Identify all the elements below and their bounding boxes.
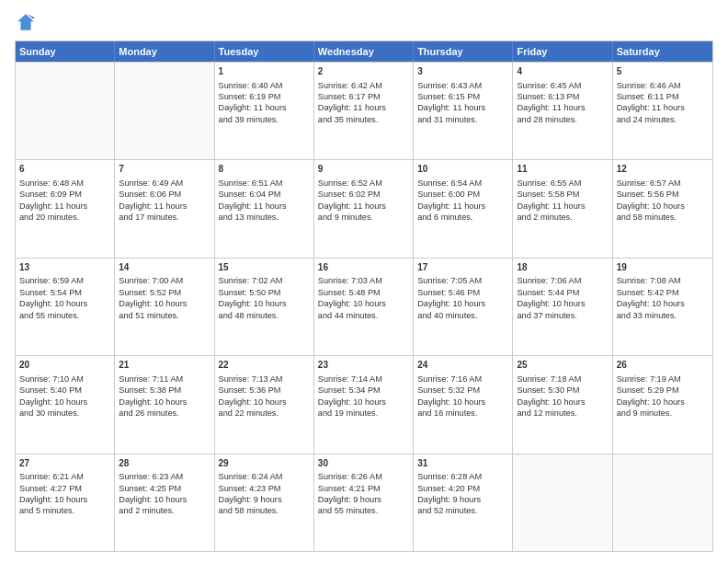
day-info-line: Sunset: 5:30 PM xyxy=(517,385,608,396)
day-number: 26 xyxy=(617,359,709,372)
day-info-line: Sunrise: 6:42 AM xyxy=(318,80,409,91)
day-info-line: Daylight: 10 hours xyxy=(417,298,508,309)
day-number: 14 xyxy=(119,261,210,274)
day-number: 25 xyxy=(517,359,608,372)
day-info-line: Sunrise: 6:54 AM xyxy=(417,178,508,189)
day-info-line: Sunrise: 7:05 AM xyxy=(417,275,508,286)
day-cell-28: 28Sunrise: 6:23 AMSunset: 4:25 PMDayligh… xyxy=(115,454,214,551)
day-info-line: Sunrise: 7:03 AM xyxy=(318,275,409,286)
day-info-line: Daylight: 10 hours xyxy=(19,494,110,505)
calendar: SundayMondayTuesdayWednesdayThursdayFrid… xyxy=(15,40,713,552)
day-info-line: Sunrise: 7:02 AM xyxy=(219,275,310,286)
day-info-line: and 9 minutes. xyxy=(617,408,709,419)
day-cell-18: 18Sunrise: 7:06 AMSunset: 5:44 PMDayligh… xyxy=(513,259,612,355)
day-info-line: Daylight: 10 hours xyxy=(219,396,310,408)
day-info-line: Daylight: 10 hours xyxy=(617,201,709,212)
day-info-line: and 37 minutes. xyxy=(517,310,608,321)
day-info-line: and 55 minutes. xyxy=(19,310,110,321)
day-cell-20: 20Sunrise: 7:10 AMSunset: 5:40 PMDayligh… xyxy=(16,356,115,453)
day-info-line: and 20 minutes. xyxy=(19,212,110,223)
day-cell-19: 19Sunrise: 7:08 AMSunset: 5:42 PMDayligh… xyxy=(613,259,712,355)
day-info-line: Sunset: 4:21 PM xyxy=(318,483,409,494)
day-cell-29: 29Sunrise: 6:24 AMSunset: 4:23 PMDayligh… xyxy=(215,454,314,551)
day-info-line: and 22 minutes. xyxy=(219,408,310,419)
day-number: 3 xyxy=(417,65,508,78)
day-cell-24: 24Sunrise: 7:16 AMSunset: 5:32 PMDayligh… xyxy=(414,356,513,453)
day-info-line: and 19 minutes. xyxy=(318,408,409,419)
day-info-line: Sunset: 5:36 PM xyxy=(219,385,310,396)
day-info-line: Daylight: 9 hours xyxy=(219,494,310,505)
day-info-line: and 28 minutes. xyxy=(517,114,608,125)
day-info-line: Daylight: 11 hours xyxy=(318,201,409,212)
day-info-line: Sunrise: 6:57 AM xyxy=(617,178,709,189)
day-info-line: Daylight: 10 hours xyxy=(219,298,310,309)
page-header xyxy=(15,11,713,33)
day-cell-12: 12Sunrise: 6:57 AMSunset: 5:56 PMDayligh… xyxy=(613,160,712,257)
day-info-line: Daylight: 10 hours xyxy=(617,396,709,408)
empty-cell xyxy=(115,63,214,159)
day-info-line: and 12 minutes. xyxy=(517,408,608,419)
day-info-line: Sunrise: 7:14 AM xyxy=(318,373,409,385)
day-cell-15: 15Sunrise: 7:02 AMSunset: 5:50 PMDayligh… xyxy=(215,259,314,355)
header-day-wednesday: Wednesday xyxy=(314,41,414,62)
header-day-tuesday: Tuesday xyxy=(215,41,314,62)
day-info-line: and 2 minutes. xyxy=(517,212,608,223)
day-number: 5 xyxy=(617,65,709,78)
day-info-line: Daylight: 9 hours xyxy=(318,494,409,505)
day-info-line: Sunrise: 6:23 AM xyxy=(119,471,210,482)
day-info-line: Sunrise: 7:11 AM xyxy=(119,373,210,385)
day-cell-31: 31Sunrise: 6:28 AMSunset: 4:20 PMDayligh… xyxy=(414,454,513,551)
day-cell-30: 30Sunrise: 6:26 AMSunset: 4:21 PMDayligh… xyxy=(314,454,414,551)
day-cell-23: 23Sunrise: 7:14 AMSunset: 5:34 PMDayligh… xyxy=(314,356,414,453)
day-cell-22: 22Sunrise: 7:13 AMSunset: 5:36 PMDayligh… xyxy=(215,356,314,453)
day-info-line: Daylight: 11 hours xyxy=(617,102,709,113)
day-number: 11 xyxy=(517,163,608,176)
day-number: 29 xyxy=(219,457,310,470)
day-info-line: Sunset: 5:42 PM xyxy=(617,287,709,298)
day-info-line: Sunset: 6:19 PM xyxy=(219,91,310,102)
day-number: 30 xyxy=(318,457,409,470)
header-day-saturday: Saturday xyxy=(613,41,712,62)
day-info-line: Sunset: 5:56 PM xyxy=(617,189,709,200)
day-info-line: Daylight: 10 hours xyxy=(318,396,409,408)
day-info-line: Daylight: 10 hours xyxy=(318,298,409,309)
day-cell-16: 16Sunrise: 7:03 AMSunset: 5:48 PMDayligh… xyxy=(314,259,414,355)
logo-icon xyxy=(15,11,37,33)
day-info-line: Daylight: 11 hours xyxy=(517,102,608,113)
day-info-line: Sunset: 5:34 PM xyxy=(318,385,409,396)
calendar-header: SundayMondayTuesdayWednesdayThursdayFrid… xyxy=(16,41,712,62)
day-number: 10 xyxy=(417,163,508,176)
day-info-line: Sunset: 4:20 PM xyxy=(417,483,508,494)
day-info-line: Sunset: 4:23 PM xyxy=(219,483,310,494)
day-info-line: and 58 minutes. xyxy=(219,505,310,516)
day-cell-26: 26Sunrise: 7:19 AMSunset: 5:29 PMDayligh… xyxy=(613,356,712,453)
day-info-line: Sunset: 5:54 PM xyxy=(19,287,110,298)
day-info-line: Sunset: 6:09 PM xyxy=(19,189,110,200)
day-info-line: and 26 minutes. xyxy=(119,408,210,419)
day-number: 8 xyxy=(219,163,310,176)
day-info-line: Daylight: 11 hours xyxy=(219,201,310,212)
day-info-line: Sunrise: 7:00 AM xyxy=(119,275,210,286)
day-info-line: Daylight: 10 hours xyxy=(119,298,210,309)
day-number: 28 xyxy=(119,457,210,470)
day-info-line: and 51 minutes. xyxy=(119,310,210,321)
day-cell-6: 6Sunrise: 6:48 AMSunset: 6:09 PMDaylight… xyxy=(16,160,115,257)
day-info-line: Daylight: 10 hours xyxy=(119,396,210,408)
day-info-line: Daylight: 11 hours xyxy=(19,201,110,212)
day-info-line: and 24 minutes. xyxy=(617,114,709,125)
day-info-line: Sunrise: 7:13 AM xyxy=(219,373,310,385)
day-cell-14: 14Sunrise: 7:00 AMSunset: 5:52 PMDayligh… xyxy=(115,259,214,355)
day-info-line: Daylight: 10 hours xyxy=(417,396,508,408)
day-info-line: Sunset: 6:11 PM xyxy=(617,91,709,102)
day-info-line: Daylight: 10 hours xyxy=(517,298,608,309)
day-info-line: Sunset: 5:58 PM xyxy=(517,189,608,200)
day-cell-3: 3Sunrise: 6:43 AMSunset: 6:15 PMDaylight… xyxy=(414,63,513,159)
day-number: 9 xyxy=(318,163,409,176)
day-info-line: Sunrise: 7:08 AM xyxy=(617,275,709,286)
day-info-line: Sunset: 5:29 PM xyxy=(617,385,709,396)
day-cell-7: 7Sunrise: 6:49 AMSunset: 6:06 PMDaylight… xyxy=(115,160,214,257)
day-number: 20 xyxy=(19,359,110,372)
day-info-line: and 16 minutes. xyxy=(417,408,508,419)
day-info-line: Sunset: 6:13 PM xyxy=(517,91,608,102)
day-info-line: Sunset: 6:17 PM xyxy=(318,91,409,102)
